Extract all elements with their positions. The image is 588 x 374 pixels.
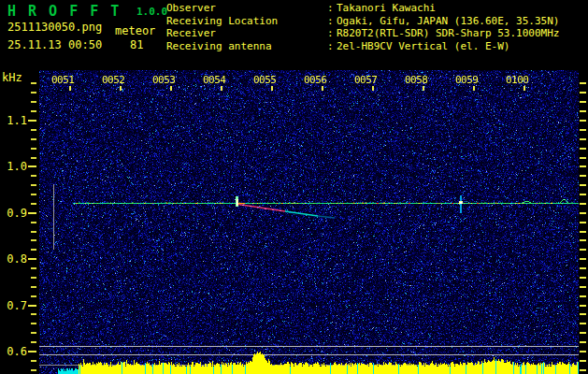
info-value: Takanori Kawachi — [337, 2, 436, 14]
output-filename: 2511130050.png — [7, 21, 102, 34]
freq-minor-tick — [31, 286, 36, 288]
time-tick-label: 0058 — [405, 74, 428, 86]
freq-major-tick — [28, 120, 36, 122]
freq-minor-tick — [31, 138, 36, 140]
freq-minor-tick — [31, 277, 36, 279]
time-tick-label: 0056 — [304, 74, 327, 86]
freq-minor-tick — [31, 175, 36, 177]
freq-minor-tick — [31, 222, 36, 223]
freq-minor-tick — [31, 295, 36, 297]
time-tick — [523, 86, 525, 91]
time-tick-label: 0057 — [354, 74, 378, 86]
freq-major-tick — [28, 212, 36, 214]
freq-minor-tick — [31, 92, 36, 94]
freq-right-tick — [580, 82, 586, 84]
freq-right-tick — [580, 305, 586, 307]
freq-tick-label: 0.8 — [0, 252, 27, 266]
info-value: 2el-HB9CV Vertical (el. E-W) — [337, 40, 509, 52]
freq-minor-tick — [31, 239, 36, 241]
freq-minor-tick — [31, 323, 36, 324]
freq-minor-tick — [31, 148, 36, 150]
info-label: Receiving antenna — [166, 40, 327, 53]
info-value: Ogaki, Gifu, JAPAN (136.60E, 35.35N) — [337, 15, 559, 27]
time-tick-label: 0100 — [506, 74, 529, 86]
info-label: Receiving Location — [166, 15, 327, 28]
app-version: 1.0.0 — [136, 6, 167, 18]
freq-right-tick — [580, 129, 586, 131]
freq-right-tick — [580, 148, 586, 150]
freq-tick-label: 1.1 — [0, 114, 27, 127]
freq-right-tick — [580, 295, 586, 297]
info-row: Observer:Takanori Kawachi — [166, 2, 559, 15]
info-separator: : — [327, 40, 337, 53]
info-row: Receiving antenna:2el-HB9CV Vertical (el… — [166, 40, 559, 53]
time-tick-label: 0052 — [102, 74, 125, 86]
freq-right-tick — [580, 101, 586, 103]
freq-right-tick — [580, 165, 586, 167]
freq-right-tick — [580, 258, 586, 260]
info-row: Receiver:R820T2(RTL-SDR) SDR-Sharp 53.10… — [166, 27, 559, 40]
spectrogram-canvas — [39, 70, 579, 374]
freq-minor-tick — [31, 332, 36, 334]
time-tick — [120, 86, 122, 91]
freq-right-tick — [580, 313, 586, 315]
freq-right-tick — [580, 212, 586, 214]
freq-right-tick — [580, 120, 586, 122]
time-tick — [473, 86, 475, 91]
info-separator: : — [327, 2, 337, 15]
freq-right-tick — [580, 184, 586, 186]
info-separator: : — [327, 27, 337, 40]
time-tick — [170, 86, 172, 91]
info-label: Observer — [166, 2, 327, 15]
freq-minor-tick — [31, 267, 36, 269]
freq-tick-label: 0.7 — [0, 299, 27, 312]
freq-right-tick — [580, 341, 586, 343]
mode-label: meteor — [115, 24, 155, 37]
time-tick — [69, 86, 71, 91]
freq-right-tick — [580, 323, 586, 324]
freq-right-tick — [580, 92, 586, 94]
freq-right-tick — [580, 138, 586, 140]
freq-minor-tick — [31, 194, 36, 195]
freq-right-tick — [580, 267, 586, 269]
freq-right-tick — [580, 351, 586, 352]
time-tick-label: 0053 — [152, 74, 176, 86]
time-tick — [423, 86, 424, 91]
freq-major-tick — [28, 258, 36, 260]
freq-tick-label: 1.0 — [0, 160, 27, 173]
freq-right-tick — [580, 194, 586, 195]
freq-tick-label: 0.6 — [0, 345, 27, 358]
info-value: R820T2(RTL-SDR) SDR-Sharp 53.1000MHz — [337, 27, 559, 39]
freq-minor-tick — [31, 157, 36, 159]
freq-right-tick — [580, 157, 586, 159]
freq-right-tick — [580, 175, 586, 177]
timestamp: 25.11.13 00:50 — [7, 38, 102, 51]
time-tick-label: 0054 — [203, 74, 226, 86]
time-tick — [271, 86, 273, 91]
freq-major-tick — [28, 351, 36, 352]
info-separator: : — [327, 15, 337, 28]
freq-right-tick — [580, 277, 586, 279]
freq-major-tick — [28, 165, 36, 167]
freq-minor-tick — [31, 313, 36, 315]
freq-right-tick — [580, 249, 586, 251]
freq-minor-tick — [31, 82, 36, 84]
freq-minor-tick — [31, 369, 36, 371]
freq-right-tick — [580, 239, 586, 241]
freq-right-tick — [580, 332, 586, 334]
freq-right-tick — [580, 286, 586, 288]
freq-minor-tick — [31, 203, 36, 205]
time-tick-label: 0059 — [455, 74, 479, 86]
freq-tick-label: 0.9 — [0, 207, 27, 220]
freq-right-tick — [580, 203, 586, 205]
meteor-count: 81 — [130, 38, 143, 51]
freq-minor-tick — [31, 341, 36, 343]
freq-minor-tick — [31, 360, 36, 362]
freq-minor-tick — [31, 110, 36, 112]
time-tick-label: 0051 — [51, 74, 75, 86]
freq-right-tick — [580, 231, 586, 233]
time-tick — [221, 86, 222, 91]
freq-minor-tick — [31, 231, 36, 233]
freq-minor-tick — [31, 184, 36, 186]
freq-minor-tick — [31, 129, 36, 131]
